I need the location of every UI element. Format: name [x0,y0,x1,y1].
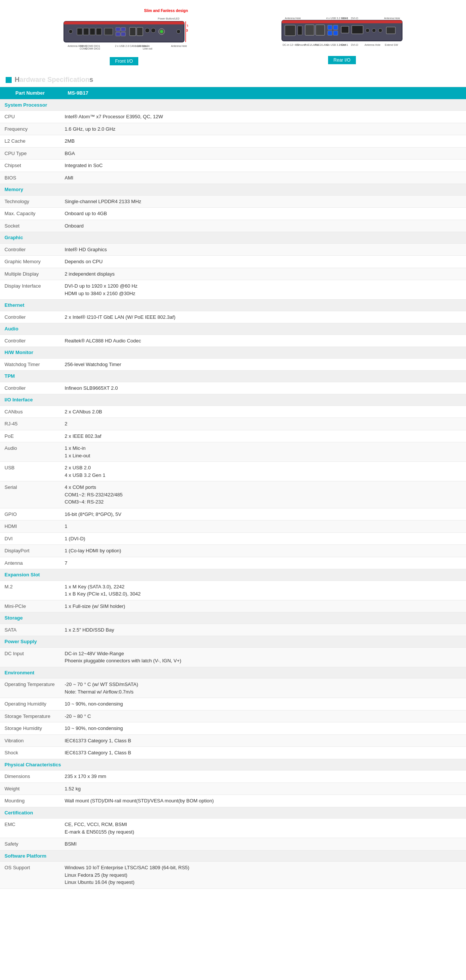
spec-label: Controller [0,334,60,347]
spec-label: DisplayPort [0,545,60,557]
category-row: I/O Interface [0,394,466,406]
data-row: Controller2 x Intel® I210-IT GbE LAN (W/… [0,311,466,323]
data-row: CPUIntel® Atom™ x7 Processor E3950, QC, … [0,111,466,123]
svg-rect-53 [386,27,395,34]
data-row: Antenna7 [0,557,466,569]
spec-label: USB [0,462,60,481]
spec-value: CE, FCC, VCCI, RCM, BSMIE-mark & EN50155… [60,819,466,838]
data-row: Graphic MemoryDepends on CPU [0,256,466,268]
spec-label: HDMI [0,520,60,533]
svg-rect-5 [83,28,89,35]
data-row: Mini-PCIe1 x Full-size (w/ SIM holder) [0,600,466,612]
svg-text:CANbus2: CANbus2 [137,45,148,47]
spec-label: OS Support [0,862,60,889]
category-label: Ethernet [0,300,466,311]
spec-value: Depends on CPU [60,256,466,268]
spec-value: 235 x 170 x 39 mm [60,770,466,783]
spec-label: RJ-45 [0,418,60,430]
spec-label: M.2 [0,581,60,600]
svg-text:Antenna Hole: Antenna Hole [364,43,381,46]
category-row: Software Platform [0,850,466,862]
spec-value: 2MB [60,135,466,148]
spec-value: Wall mount (STD)/DIN-rail mount(STD)/VES… [60,795,466,807]
spec-label: Controller [0,243,60,256]
spec-label: Controller [0,311,60,323]
category-label: TPM [0,371,466,382]
spec-label: Shock [0,747,60,759]
data-row: ControllerInfineon SLB9665XT 2.0 [0,382,466,394]
data-row: RJ-452 [0,418,466,430]
slim-label: Slim and Fanless design [144,9,188,13]
data-row: VibrationIEC61373 Category 1, Class B [0,735,466,747]
spec-value: -20 ~ 80 ° C [60,710,466,722]
category-label: Certification [0,807,466,819]
svg-point-19 [177,30,180,33]
front-io-button[interactable]: Front I/O [110,57,138,65]
svg-text:HDMI: HDMI [341,17,348,19]
data-row: Storage Humidity10 ~ 90%, non-condensing [0,722,466,735]
data-row: ControllerIntel® HD Graphics [0,243,466,256]
data-row: M.21 x M Key (SATA 3.0), 22421 x B Key (… [0,581,466,600]
category-label: Power Supply [0,636,466,648]
spec-value: 10 ~ 90%, non-condensing [60,698,466,710]
data-row: Storage Temperature-20 ~ 80 ° C [0,710,466,722]
front-device-svg: Thin 39mm Antenna Hole COM1 COM3 DIO1 2 … [60,14,188,51]
spec-label: Mini-PCIe [0,600,60,612]
spec-label: Audio [0,442,60,462]
data-row: PoE2 x IEEE 802.3af [0,430,466,442]
spec-value: Onboard up to 4GB [60,208,466,220]
spec-label: Max. Capacity [0,208,60,220]
data-row: Frequency1.6 GHz, up to 2.0 GHz [0,123,466,135]
spec-label: CANbus [0,406,60,418]
diagram-section: Slim and Fanless design [0,0,466,73]
rear-io-button[interactable]: Rear I/O [328,56,356,64]
spec-value: 1 (DVI-D) [60,533,466,545]
svg-rect-44 [328,25,332,30]
data-row: SocketOnboard [0,220,466,232]
category-label: Storage [0,612,466,624]
spec-label: BIOS [0,172,60,184]
data-row: BIOSAMI [0,172,466,184]
spec-label: Weight [0,783,60,795]
spec-label: Storage Humidity [0,722,60,735]
category-row: Ethernet [0,300,466,311]
svg-text:COM4: COM4 [86,47,93,50]
spec-value: 1 [60,520,466,533]
category-row: Physical Characteristics [0,759,466,770]
data-row: SafetyBSMI [0,838,466,850]
spec-value: 4 x COM portsCOM1~2: RS-232/422/485COM3~… [60,481,466,508]
svg-rect-43 [316,25,325,35]
spec-value: Single-channel LPDDR4 2133 MHz [60,195,466,208]
data-row: USB2 x USB 2.04 x USB 3.2 Gen 1 [0,462,466,481]
spec-value: Intel® Atom™ x7 Processor E3950, QC, 12W [60,111,466,123]
spec-value: 1 (Co-lay HDMI by option) [60,545,466,557]
category-label: Software Platform [0,850,466,862]
svg-rect-49 [352,25,363,34]
spec-label: GPIO [0,508,60,520]
spec-label: Operating Temperature [0,678,60,698]
category-label: Physical Characteristics [0,759,466,770]
spec-label: Graphic Memory [0,256,60,268]
svg-text:2 x USB 2.0: 2 x USB 2.0 [115,45,129,47]
svg-rect-6 [90,28,95,35]
spec-value: IEC61373 Category 1, Class B [60,735,466,747]
spec-value: DVI-D up to 1920 x 1200 @60 HzHDMI up to… [60,280,466,300]
rear-device-svg: DC-in 12~48V Ground PoE1/LAN1 PoE2/LAN2 … [278,13,406,50]
category-label: Graphic [0,232,466,244]
svg-rect-47 [334,31,338,35]
spec-label: Antenna [0,557,60,569]
spec-value: AMI [60,172,466,184]
svg-text:39mm: 39mm [186,29,188,32]
data-row: DVI1 (DVI-D) [0,533,466,545]
specs-table: Part NumberMS-9B17System ProcessorCPUInt… [0,87,466,889]
spec-value: 256-level Watchdog Timer [60,358,466,371]
data-row: ShockIEC61373 Category 1, Class B [0,747,466,759]
spec-value: 16-bit (8*GPI; 8*GPO), 5V [60,508,466,520]
svg-rect-4 [77,28,82,35]
category-label: Memory [0,184,466,196]
svg-rect-13 [130,27,136,36]
svg-rect-14 [137,27,143,36]
category-row: Memory [0,184,466,196]
svg-text:Antenna Hole: Antenna Hole [285,17,301,19]
svg-text:DIO1: DIO1 [94,45,100,47]
